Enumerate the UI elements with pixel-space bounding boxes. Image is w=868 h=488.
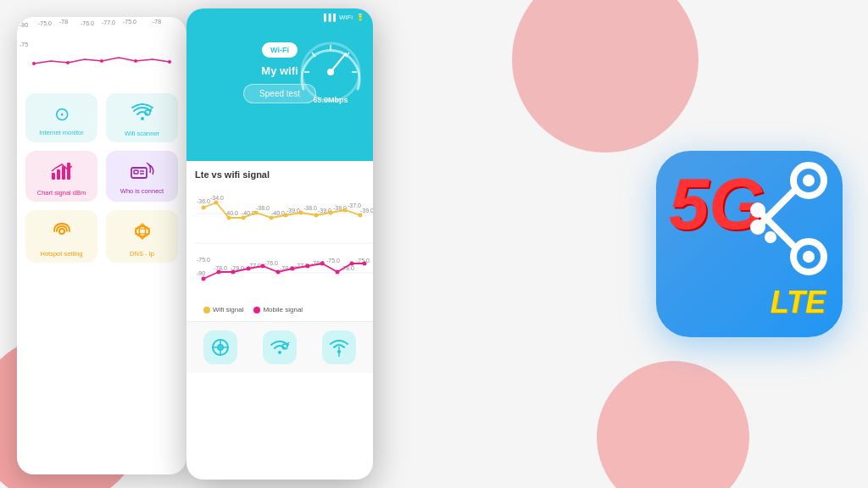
svg-text:-78.0: -78.0 <box>214 265 227 271</box>
svg-point-34 <box>327 69 334 75</box>
svg-text:-75.0: -75.0 <box>123 19 136 25</box>
svg-point-54 <box>254 211 259 215</box>
wifi-scanner-icon <box>131 103 154 126</box>
who-connected-icon <box>130 161 155 184</box>
svg-point-60 <box>343 208 348 213</box>
svg-rect-21 <box>134 170 138 174</box>
phone-middle: ▐▐▐ WiFi 🔋 Wi-Fi My wifi Speed test <box>186 8 373 480</box>
wifi-badge: Wi-Fi <box>262 42 298 58</box>
app-icon-5g: 5G LTE <box>656 151 843 337</box>
svg-point-8 <box>32 62 36 65</box>
menu-dns[interactable]: DNS - Ip <box>106 210 178 263</box>
wifi-name: My wifi <box>261 64 298 77</box>
svg-point-51 <box>214 201 219 205</box>
svg-point-101 <box>803 251 815 263</box>
lte-chart-svg: -36.0 -34.0 -40.0 -40.0 -38.0 -40.0 -39.… <box>195 184 373 307</box>
wifi-badge-text: Wi-Fi <box>270 46 289 54</box>
chart-signal-icon <box>50 161 74 186</box>
dns-icon <box>131 220 153 247</box>
svg-text:-76.0: -76.0 <box>264 260 278 266</box>
internet-monitor-icon: ⊙ <box>54 103 70 125</box>
battery-icon: 🔋 <box>356 14 364 21</box>
svg-text:-78: -78 <box>59 19 68 25</box>
svg-rect-19 <box>67 163 70 180</box>
svg-point-82 <box>320 262 325 266</box>
svg-point-24 <box>59 229 64 234</box>
5g-icon-inner: 5G LTE <box>656 151 843 337</box>
svg-point-59 <box>329 211 333 215</box>
bottom-icon-signal[interactable] <box>322 330 356 364</box>
svg-point-83 <box>336 270 340 274</box>
svg-point-79 <box>276 270 281 274</box>
svg-text:-75.0: -75.0 <box>326 258 340 263</box>
svg-point-96 <box>803 175 815 186</box>
svg-point-80 <box>291 267 295 271</box>
svg-point-99 <box>765 231 776 243</box>
legend-wifi-text: Wifi signal <box>213 306 243 313</box>
svg-point-13 <box>141 117 144 120</box>
connector-icon <box>737 159 838 278</box>
svg-point-56 <box>284 214 288 218</box>
left-mini-chart: -80 -75 -75.0 -78 -76.0 -77.0 -75.0 -78 <box>17 17 186 85</box>
menu-grid: ⊙ Internet monitor Wifi scanner <box>17 85 186 271</box>
svg-point-81 <box>306 264 310 269</box>
speedometer: 65.0Mbps <box>297 38 364 106</box>
svg-point-61 <box>359 214 363 218</box>
legend-mobile-text: Mobile signal <box>263 306 303 313</box>
svg-point-78 <box>261 264 265 269</box>
svg-text:-80: -80 <box>19 22 28 28</box>
svg-point-74 <box>202 277 206 281</box>
speed-unit: Mbps <box>328 96 348 104</box>
svg-text:-37.0: -37.0 <box>348 202 361 208</box>
hotspot-label: Hotspot setting <box>40 250 82 258</box>
phone-header: Wi-Fi My wifi Speed test <box>186 25 373 161</box>
left-phone-chart-area: -80 -75 -75.0 -78 -76.0 -77.0 -75.0 -78 … <box>17 17 186 85</box>
svg-point-98 <box>750 219 765 235</box>
svg-point-12 <box>168 60 171 64</box>
lte-section: Lte vs wifi signal -36.0 -34.0 -40.0 -40… <box>186 161 373 321</box>
svg-rect-17 <box>57 169 60 180</box>
svg-point-75 <box>217 270 221 274</box>
speed-value: 65.0 <box>313 96 328 104</box>
hotspot-icon <box>51 220 73 247</box>
svg-point-77 <box>247 267 251 271</box>
menu-chart-signal[interactable]: Chart signal dBm <box>25 151 97 202</box>
bottom-icons-row <box>186 321 373 373</box>
svg-point-84 <box>350 262 354 266</box>
svg-text:-90: -90 <box>197 270 205 276</box>
svg-text:-38.0: -38.0 <box>303 205 317 211</box>
svg-line-33 <box>331 53 346 72</box>
internet-monitor-label: Internet monitor <box>39 129 84 136</box>
signal-status-icon: ▐▐▐ <box>321 14 336 21</box>
svg-point-11 <box>134 59 137 63</box>
menu-wifi-scanner[interactable]: Wifi scanner <box>106 93 178 142</box>
menu-who-connected[interactable]: Who is connect <box>106 151 178 202</box>
svg-point-52 <box>227 216 231 220</box>
dns-label: DNS - Ip <box>130 250 154 258</box>
phone-left: -80 -75 -75.0 -78 -76.0 -77.0 -75.0 -78 … <box>17 17 186 474</box>
svg-text:-34.0: -34.0 <box>210 195 224 201</box>
svg-text:-78: -78 <box>153 19 161 25</box>
svg-text:-77.0: -77.0 <box>102 19 115 25</box>
bottom-icon-internet[interactable] <box>203 330 237 364</box>
svg-point-10 <box>100 59 103 63</box>
bottom-icon-wifi-scan[interactable] <box>263 330 297 364</box>
menu-internet-monitor[interactable]: ⊙ Internet monitor <box>25 93 97 142</box>
menu-hotspot[interactable]: Hotspot setting <box>25 210 97 263</box>
speed-display: 65.0Mbps <box>313 96 348 104</box>
status-bar: ▐▐▐ WiFi 🔋 <box>186 8 373 25</box>
legend-mobile: Mobile signal <box>253 306 303 313</box>
svg-point-103 <box>750 202 765 218</box>
chart-signal-label: Chart signal dBm <box>37 189 86 197</box>
svg-text:-75.0: -75.0 <box>197 257 210 263</box>
svg-text:-36.0: -36.0 <box>197 198 210 204</box>
svg-point-85 <box>363 262 367 266</box>
svg-rect-18 <box>62 166 65 180</box>
svg-text:-39.0: -39.0 <box>360 208 373 214</box>
svg-point-58 <box>314 214 319 218</box>
lte-section-title: Lte vs wifi signal <box>195 169 364 180</box>
svg-rect-16 <box>52 173 55 180</box>
svg-text:-75.0: -75.0 <box>38 20 52 26</box>
svg-point-90 <box>278 351 281 354</box>
svg-point-57 <box>299 211 303 215</box>
